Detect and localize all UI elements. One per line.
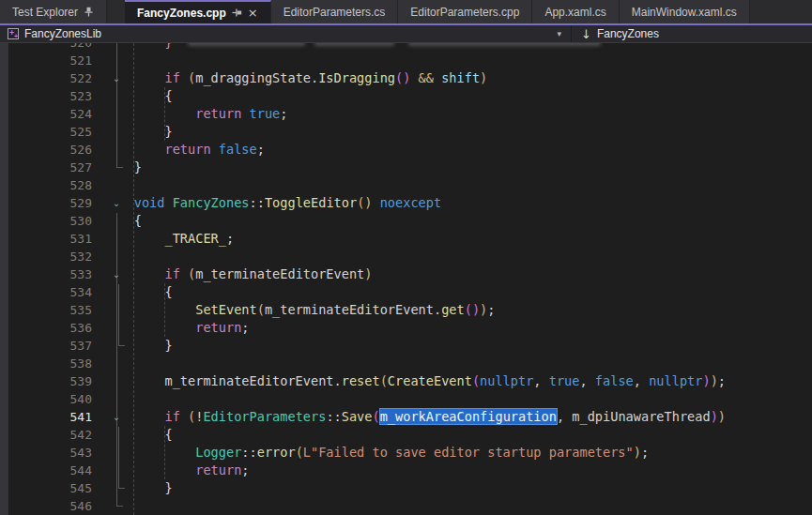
line-number[interactable]: 544 — [8, 462, 92, 479]
code-line-521[interactable]: 521 — [0, 52, 812, 69]
code-line-537[interactable]: 537 } — [0, 337, 812, 355]
code-text[interactable]: } — [103, 43, 173, 52]
project-name: FancyZonesLib — [24, 27, 101, 40]
tab-label: FancyZones.cpp — [137, 7, 226, 20]
tab-editorparameters-cs[interactable]: EditorParameters.cs — [271, 0, 399, 23]
pin-icon[interactable] — [84, 7, 94, 17]
line-number[interactable]: 534 — [8, 283, 92, 301]
code-line-540[interactable]: 540 — [0, 390, 812, 408]
code-text[interactable]: } — [103, 123, 173, 141]
code-line-522[interactable]: 522⌄ if (m_draggingState.IsDragging() &&… — [0, 69, 812, 87]
blurred-text-remnant — [314, 43, 394, 46]
pin-icon[interactable] — [232, 8, 242, 18]
tab-label: App.xaml.cs — [544, 6, 605, 19]
code-text[interactable]: { — [103, 212, 142, 230]
line-number[interactable]: 543 — [8, 444, 92, 462]
line-number[interactable]: 524 — [8, 105, 92, 123]
code-line-538[interactable]: 538 — [0, 355, 812, 372]
code-text[interactable]: } — [103, 479, 173, 497]
code-text[interactable]: { — [103, 87, 173, 105]
line-number[interactable]: 542 — [8, 426, 92, 444]
code-line-543[interactable]: 543 Logger::error(L"Failed to save edito… — [0, 444, 812, 462]
navigation-bar: ++ FancyZonesLib ▾ ↓ FancyZones — [0, 25, 812, 43]
line-number[interactable]: 545 — [8, 479, 92, 497]
line-number[interactable]: 522 — [8, 69, 92, 87]
code-text[interactable]: { — [103, 426, 173, 444]
line-number[interactable]: 537 — [8, 337, 92, 355]
code-line-536[interactable]: 536 return; — [0, 319, 812, 337]
code-line-542[interactable]: 542 { — [0, 426, 812, 444]
tab-label: Test Explorer — [12, 6, 78, 19]
line-number[interactable]: 540 — [8, 390, 92, 408]
code-text[interactable]: } — [103, 159, 142, 176]
line-number[interactable]: 531 — [8, 230, 92, 248]
line-number[interactable]: 525 — [8, 123, 92, 141]
line-number[interactable]: 528 — [8, 176, 92, 194]
selected-text[interactable]: m_workAreaConfiguration — [380, 409, 557, 424]
code-line-520[interactable]: 520 } — [0, 43, 812, 52]
blurred-text-remnant — [408, 43, 601, 46]
code-line-528[interactable]: 528 — [0, 176, 812, 194]
code-text[interactable]: return false; — [103, 141, 265, 159]
line-number[interactable]: 541 — [8, 408, 92, 426]
line-number[interactable]: 520 — [8, 43, 92, 52]
code-line-524[interactable]: 524 return true; — [0, 105, 812, 123]
line-number[interactable]: 521 — [8, 52, 92, 69]
code-line-526[interactable]: 526 return false; — [0, 141, 812, 159]
code-line-541[interactable]: 541⌄ if (!EditorParameters::Save(m_workA… — [0, 408, 812, 426]
line-number[interactable]: 530 — [8, 212, 92, 230]
code-text[interactable]: if (m_terminateEditorEvent) — [103, 265, 372, 283]
code-text[interactable]: } — [103, 337, 173, 355]
tab-mainwindow-xaml-cs[interactable]: MainWindow.xaml.cs — [620, 0, 750, 23]
code-text[interactable]: m_terminateEditorEvent.reset(CreateEvent… — [103, 372, 726, 390]
line-number[interactable]: 538 — [8, 355, 92, 372]
line-number[interactable]: 523 — [8, 87, 92, 105]
code-line-545[interactable]: 545 } — [0, 479, 812, 497]
code-text[interactable]: return true; — [103, 105, 287, 123]
line-number[interactable]: 532 — [8, 248, 92, 265]
code-line-525[interactable]: 525 } — [0, 123, 812, 141]
code-line-529[interactable]: 529⌄ void FancyZones::ToggleEditor() noe… — [0, 194, 812, 212]
line-number[interactable]: 529 — [8, 194, 92, 212]
code-line-531[interactable]: 531 _TRACER_; — [0, 230, 812, 248]
code-line-530[interactable]: 530 { — [0, 212, 812, 230]
down-arrow-icon: ↓ — [581, 28, 591, 40]
code-text[interactable]: void FancyZones::ToggleEditor() noexcept — [103, 194, 441, 212]
code-text[interactable]: { — [103, 283, 173, 301]
code-text[interactable]: _TRACER_; — [103, 230, 234, 248]
code-line-534[interactable]: 534 { — [0, 283, 812, 301]
code-text[interactable]: if (m_draggingState.IsDragging() && shif… — [103, 69, 487, 87]
tab-editorparameters-cpp[interactable]: EditorParameters.cpp — [398, 0, 532, 23]
tab-test-explorer[interactable]: Test Explorer — [0, 0, 107, 23]
line-number[interactable]: 527 — [8, 159, 92, 176]
code-line-546[interactable]: 546 — [0, 497, 812, 515]
vs-editor-window: Test ExplorerFancyZones.cpp×EditorParame… — [0, 0, 812, 515]
code-line-539[interactable]: 539 m_terminateEditorEvent.reset(CreateE… — [0, 372, 812, 390]
scope-dropdown[interactable]: ↓ FancyZones — [572, 27, 659, 40]
line-number[interactable]: 535 — [8, 301, 92, 319]
line-number[interactable]: 536 — [8, 319, 92, 337]
code-line-532[interactable]: 532 — [0, 248, 812, 265]
project-dropdown[interactable]: ++ FancyZonesLib ▾ — [0, 25, 571, 42]
tab-fancyzones-cpp[interactable]: FancyZones.cpp× — [125, 0, 271, 23]
code-line-544[interactable]: 544 return; — [0, 462, 812, 479]
code-text[interactable]: Logger::error(L"Failed to save editor st… — [103, 444, 649, 462]
line-number[interactable]: 539 — [8, 372, 92, 390]
tab-label: EditorParameters.cs — [283, 6, 386, 19]
code-text[interactable]: return; — [103, 319, 250, 337]
line-number[interactable]: 546 — [8, 497, 92, 515]
code-editor[interactable]: 520 }521522⌄ if (m_draggingState.IsDragg… — [0, 43, 812, 515]
line-number[interactable]: 533 — [8, 265, 92, 283]
chevron-down-icon[interactable]: ▾ — [557, 29, 561, 38]
tab-app-xaml-cs[interactable]: App.xaml.cs — [532, 0, 619, 23]
code-line-533[interactable]: 533⌄ if (m_terminateEditorEvent) — [0, 265, 812, 283]
scope-name: FancyZones — [597, 27, 659, 40]
code-line-527[interactable]: 527 } — [0, 159, 812, 176]
close-icon[interactable]: × — [248, 7, 258, 19]
code-line-523[interactable]: 523 { — [0, 87, 812, 105]
code-text[interactable]: if (!EditorParameters::Save(m_workAreaCo… — [103, 408, 726, 426]
code-text[interactable]: SetEvent(m_terminateEditorEvent.get()); — [103, 301, 495, 319]
line-number[interactable]: 526 — [8, 141, 92, 159]
code-text[interactable]: return; — [103, 462, 250, 479]
code-line-535[interactable]: 535 SetEvent(m_terminateEditorEvent.get(… — [0, 301, 812, 319]
